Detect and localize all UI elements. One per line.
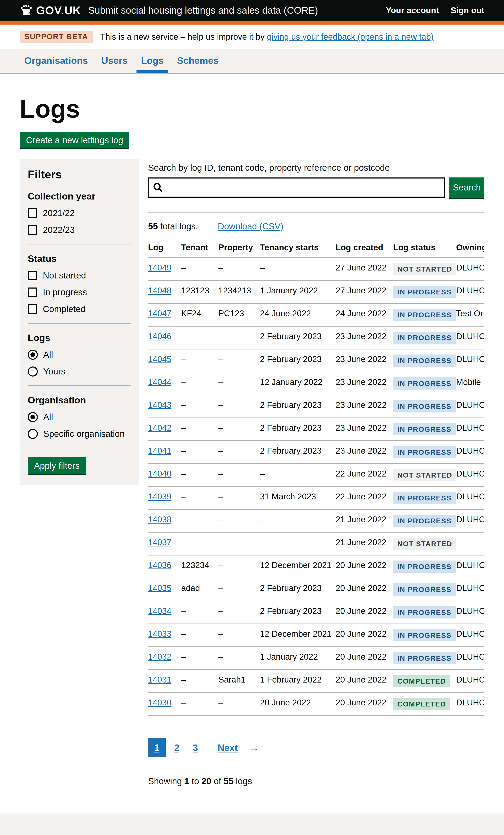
- cell-property: –: [218, 624, 260, 647]
- page-1[interactable]: 1: [148, 738, 166, 757]
- log-link[interactable]: 14037: [148, 537, 172, 547]
- service-name[interactable]: Submit social housing lettings and sales…: [88, 5, 318, 16]
- create-lettings-log-button[interactable]: Create a new lettings log: [20, 132, 129, 148]
- column-header-log-created: Log created: [336, 238, 393, 258]
- cell-tenant: –: [181, 487, 218, 509]
- apply-filters-button[interactable]: Apply filters: [28, 457, 86, 473]
- main-content: Logs Create a new lettings log Filters C…: [0, 74, 504, 814]
- checkbox-control[interactable]: [28, 287, 37, 297]
- cell-owning-organisation: DLUHC: [456, 509, 484, 532]
- cell-tenancy-starts: –: [260, 258, 336, 281]
- cell-log-created: 20 June 2022: [336, 647, 393, 670]
- footer-heading: Get help with this service: [20, 834, 484, 835]
- govuk-logo[interactable]: GOV.UK: [20, 4, 81, 17]
- cell-property: –: [218, 601, 260, 624]
- status-badge: IN PROGRESS: [393, 584, 456, 596]
- site-header: GOV.UK Submit social housing lettings an…: [0, 0, 504, 25]
- checkbox-control[interactable]: [28, 271, 37, 280]
- cell-owning-organisation: DLUHC: [456, 464, 484, 487]
- log-link[interactable]: 14046: [148, 332, 172, 341]
- cell-tenant: –: [181, 441, 218, 464]
- log-link[interactable]: 14045: [148, 354, 172, 364]
- sign-out-link[interactable]: Sign out: [451, 6, 484, 15]
- radio-control[interactable]: [28, 429, 38, 439]
- log-link[interactable]: 14039: [148, 492, 172, 501]
- log-link[interactable]: 14032: [148, 652, 172, 661]
- your-account-link[interactable]: Your account: [386, 6, 439, 15]
- log-link[interactable]: 14030: [148, 698, 172, 707]
- status-badge: IN PROGRESS: [393, 378, 456, 390]
- cell-owning-organisation: Mobile Housing: [456, 372, 484, 395]
- cell-tenancy-starts: 2 February 2023: [260, 578, 336, 601]
- option-label: 2022/23: [43, 225, 75, 235]
- checkbox-option-2022-23[interactable]: 2022/23: [28, 225, 130, 235]
- checkbox-option-2021-22[interactable]: 2021/22: [28, 208, 130, 218]
- radio-option-all[interactable]: All: [28, 412, 130, 422]
- radio-option-yours[interactable]: Yours: [28, 366, 130, 376]
- log-link[interactable]: 14036: [148, 561, 172, 570]
- log-link[interactable]: 14048: [148, 286, 172, 295]
- log-link[interactable]: 14043: [148, 400, 172, 409]
- radio-option-all[interactable]: All: [28, 350, 130, 360]
- radio-option-specific-organisation[interactable]: Specific organisation: [28, 429, 130, 439]
- cell-log-created: 21 June 2022: [336, 532, 393, 555]
- cell-tenant: –: [181, 647, 218, 670]
- log-link[interactable]: 14031: [148, 675, 172, 684]
- radio-control[interactable]: [28, 366, 38, 376]
- nav-tab-organisations[interactable]: Organisations: [20, 49, 93, 73]
- cell-tenant: –: [181, 509, 218, 532]
- cell-log-created: 23 June 2022: [336, 418, 393, 441]
- next-page-link[interactable]: Next: [213, 738, 243, 757]
- table-row: 14036123234–12 December 202120 June 2022…: [148, 555, 484, 578]
- nav-tab-users[interactable]: Users: [97, 49, 132, 73]
- search-button[interactable]: Search: [449, 178, 484, 198]
- feedback-link[interactable]: giving us your feedback (opens in a new …: [267, 32, 434, 41]
- phase-banner-text-before: This is a new service – help us improve …: [100, 32, 267, 41]
- cell-log-status: IN PROGRESS: [393, 281, 456, 303]
- filter-group-status: StatusNot startedIn progressCompleted: [28, 253, 130, 314]
- cell-log-status: COMPLETED: [393, 670, 456, 693]
- search-input[interactable]: [148, 178, 445, 198]
- checkbox-option-not-started[interactable]: Not started: [28, 270, 130, 281]
- status-badge: IN PROGRESS: [393, 515, 456, 527]
- log-link[interactable]: 14034: [148, 606, 172, 615]
- log-link[interactable]: 14033: [148, 629, 172, 638]
- cell-property: –: [218, 693, 260, 715]
- table-row: 1404812312312342131 January 202227 June …: [148, 281, 484, 303]
- checkbox-control[interactable]: [28, 225, 37, 235]
- log-link[interactable]: 14049: [148, 263, 172, 272]
- log-link[interactable]: 14035: [148, 584, 172, 593]
- log-link[interactable]: 14038: [148, 515, 172, 524]
- cell-owning-organisation: DLUHC Test: [456, 487, 484, 509]
- option-label: All: [43, 350, 53, 360]
- cell-tenancy-starts: –: [260, 532, 336, 555]
- nav-tab-logs[interactable]: Logs: [137, 49, 168, 73]
- table-row: 14037–––21 June 2022NOT STARTED: [148, 532, 484, 555]
- log-link[interactable]: 14040: [148, 469, 172, 478]
- checkbox-control[interactable]: [28, 304, 37, 314]
- cell-log-created: 20 June 2022: [336, 601, 393, 624]
- nav-tab-schemes[interactable]: Schemes: [173, 49, 223, 73]
- checkbox-option-completed[interactable]: Completed: [28, 304, 130, 314]
- download-csv-link[interactable]: Download (CSV): [218, 221, 283, 231]
- cell-property: –: [218, 372, 260, 395]
- cell-tenancy-starts: 20 June 2022: [260, 693, 336, 715]
- cell-owning-organisation: DLUHC Test: [456, 624, 484, 647]
- page-3[interactable]: 3: [188, 738, 203, 757]
- cell-tenancy-starts: 31 March 2023: [260, 487, 336, 509]
- log-link[interactable]: 14042: [148, 423, 172, 432]
- option-label: In progress: [43, 287, 87, 298]
- cell-tenancy-starts: –: [260, 509, 336, 532]
- option-label: Specific organisation: [43, 429, 125, 439]
- radio-control[interactable]: [28, 350, 38, 360]
- cell-log-status: IN PROGRESS: [393, 624, 456, 647]
- log-link[interactable]: 14044: [148, 378, 172, 387]
- log-link[interactable]: 14047: [148, 309, 172, 318]
- checkbox-control[interactable]: [28, 208, 37, 218]
- radio-control[interactable]: [28, 412, 38, 422]
- checkbox-option-in-progress[interactable]: In progress: [28, 287, 130, 298]
- page-2[interactable]: 2: [169, 738, 184, 757]
- log-link[interactable]: 14041: [148, 446, 172, 455]
- showing-from: 1: [184, 776, 189, 786]
- cell-log: 14035: [148, 578, 181, 601]
